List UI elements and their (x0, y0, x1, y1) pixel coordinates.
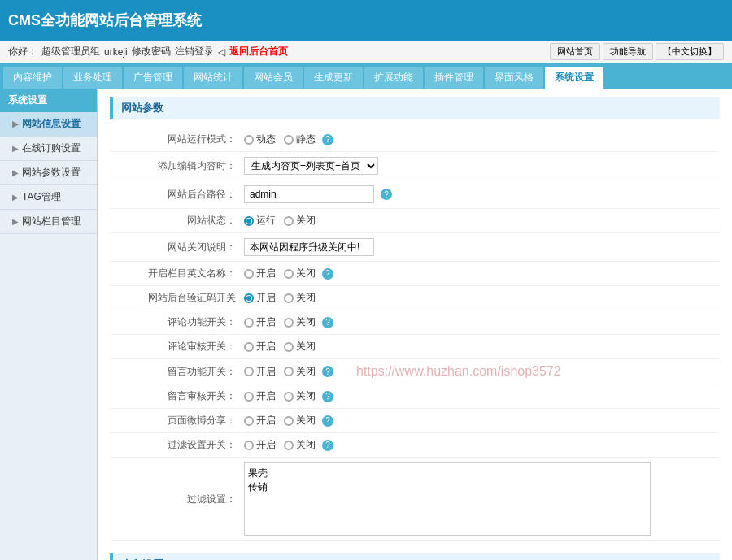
text-input-s1-2[interactable] (244, 185, 374, 203)
radio-item-s1-0-1[interactable]: 静态 (284, 132, 316, 146)
nav-tab-5[interactable]: 生成更新 (304, 67, 363, 89)
radio-label-s1-10-0: 开启 (256, 389, 276, 403)
form-row-s1-3: 网站状态：运行关闭 (110, 209, 720, 233)
form-row-s1-9: 留言功能开关：开启关闭?https://www.huzhan.com/ishop… (110, 359, 720, 384)
help-icon-s1-5[interactable]: ? (322, 268, 333, 280)
layout: 系统设置 ▶网站信息设置▶在线订购设置▶网站参数设置▶TAG管理▶网站栏目管理 … (0, 89, 732, 560)
radio-dot-s1-12-0 (244, 441, 254, 450)
radio-item-s1-6-0[interactable]: 开启 (244, 291, 276, 305)
site-nav-button[interactable]: 网站首页 (550, 43, 600, 60)
radio-item-s1-3-1[interactable]: 关闭 (284, 214, 316, 228)
radio-dot-s1-11-0 (244, 416, 254, 426)
nav-tab-0[interactable]: 内容维护 (3, 67, 62, 89)
section1-title: 网站参数 (110, 97, 720, 119)
help-icon-s1-11[interactable]: ? (322, 415, 333, 427)
radio-item-s1-8-1[interactable]: 关闭 (284, 340, 316, 354)
radio-group-s1-9: 开启关闭 (244, 365, 316, 379)
radio-label-s1-0-1: 静态 (296, 132, 316, 146)
sidebar-label-4: 网站栏目管理 (22, 215, 81, 228)
text-input-s1-4[interactable] (244, 238, 374, 256)
sidebar-item-1[interactable]: ▶在线订购设置 (0, 137, 97, 161)
sidebar-item-0[interactable]: ▶网站信息设置 (0, 112, 97, 137)
nav-tab-9[interactable]: 系统设置 (545, 67, 603, 89)
radio-item-s1-10-1[interactable]: 关闭 (284, 389, 316, 403)
sidebar-arrow-4: ▶ (12, 217, 19, 226)
nav-tab-6[interactable]: 扩展功能 (364, 67, 423, 89)
radio-label-s1-11-1: 关闭 (296, 414, 316, 428)
radio-label-s1-5-0: 开启 (256, 267, 276, 280)
nav-tab-4[interactable]: 网站会员 (244, 67, 303, 89)
form-row-s1-8: 评论审核开关：开启关闭 (110, 335, 720, 359)
radio-item-s1-7-1[interactable]: 关闭 (284, 315, 316, 329)
radio-item-s1-5-1[interactable]: 关闭 (284, 267, 316, 280)
radio-dot-s1-9-1 (284, 367, 294, 376)
sidebar-item-4[interactable]: ▶网站栏目管理 (0, 210, 97, 234)
radio-item-s1-9-1[interactable]: 关闭 (284, 365, 316, 379)
form-row-s1-6: 网站后台验证码开关开启关闭 (110, 286, 720, 310)
radio-item-s1-12-1[interactable]: 关闭 (284, 438, 316, 452)
radio-dot-s1-9-0 (244, 367, 254, 376)
radio-item-s1-7-0[interactable]: 开启 (244, 315, 276, 329)
radio-item-s1-6-1[interactable]: 关闭 (284, 291, 316, 305)
radio-dot-s1-0-1 (284, 135, 294, 145)
radio-item-s1-0-0[interactable]: 动态 (244, 132, 276, 146)
form-value-s1-7: 开启关闭? (244, 315, 716, 329)
radio-item-s1-12-0[interactable]: 开启 (244, 438, 276, 452)
form-value-s1-1: 生成内容页+列表页+首页 (244, 157, 716, 175)
nav-tab-7[interactable]: 插件管理 (425, 67, 483, 89)
help-icon-s1-12[interactable]: ? (322, 440, 333, 451)
sidebar-arrow-3: ▶ (12, 193, 19, 202)
form-label-s1-2: 网站后台路径： (114, 188, 244, 202)
form-row-s1-2: 网站后台路径：? (110, 180, 720, 209)
sidebar-item-3[interactable]: ▶TAG管理 (0, 185, 97, 210)
logout-link[interactable]: 注销登录 (175, 45, 214, 59)
form-row-s1-10: 留言审核开关：开启关闭? (110, 384, 720, 409)
user-group-link[interactable]: 超级管理员组 (41, 45, 100, 59)
radio-label-s1-8-0: 开启 (256, 340, 276, 354)
nav-tab-1[interactable]: 业务处理 (63, 67, 122, 89)
radio-item-s1-11-0[interactable]: 开启 (244, 414, 276, 428)
change-password-link[interactable]: 修改密码 (132, 45, 171, 59)
nav-tab-3[interactable]: 网站统计 (184, 67, 242, 89)
func-nav-button[interactable]: 功能导航 (603, 43, 653, 60)
nav-tab-8[interactable]: 界面风格 (485, 67, 543, 89)
sidebar-item-2[interactable]: ▶网站参数设置 (0, 161, 97, 185)
form-row-s1-0: 网站运行模式：动态静态? (110, 128, 720, 152)
radio-item-s1-3-0[interactable]: 运行 (244, 214, 276, 228)
radio-group-s1-0: 动态静态 (244, 132, 316, 146)
help-icon-s1-2[interactable]: ? (381, 189, 392, 200)
lang-switch-button[interactable]: 【中文切换】 (656, 43, 724, 60)
watermark-overlay-text: https://www.huzhan.com/ishop3572 (356, 364, 561, 379)
radio-label-s1-10-1: 关闭 (296, 389, 316, 403)
radio-item-s1-5-0[interactable]: 开启 (244, 267, 276, 280)
radio-item-s1-11-1[interactable]: 关闭 (284, 414, 316, 428)
help-icon-s1-9[interactable]: ? (322, 366, 333, 377)
radio-item-s1-9-0[interactable]: 开启 (244, 365, 276, 379)
help-icon-s1-7[interactable]: ? (322, 317, 333, 328)
form-row-s1-7: 评论功能开关：开启关闭? (110, 310, 720, 335)
form-value-s1-9: 开启关闭?https://www.huzhan.com/ishop3572 (244, 364, 716, 379)
form-value-s1-5: 开启关闭? (244, 267, 716, 280)
help-icon-s1-0[interactable]: ? (322, 134, 333, 145)
select-s1-1[interactable]: 生成内容页+列表页+首页 (244, 157, 378, 175)
help-icon-s1-10[interactable]: ? (322, 391, 333, 402)
radio-label-s1-6-0: 开启 (256, 291, 276, 305)
form-value-s1-8: 开启关闭 (244, 340, 716, 354)
username-link[interactable]: urkeji (104, 46, 128, 58)
form-row-s1-4: 网站关闭说明： (110, 233, 720, 262)
textarea-s1-13[interactable] (244, 462, 651, 536)
radio-item-s1-8-0[interactable]: 开启 (244, 340, 276, 354)
header: CMS全功能网站后台管理系统 (0, 0, 732, 41)
radio-dot-s1-8-0 (244, 342, 254, 352)
form-row-s1-5: 开启栏目英文名称：开启关闭? (110, 262, 720, 286)
radio-group-s1-12: 开启关闭 (244, 438, 316, 452)
radio-dot-s1-11-1 (284, 416, 294, 426)
separator: ◁ (218, 46, 225, 58)
radio-group-s1-10: 开启关闭 (244, 389, 316, 403)
form-row-s1-1: 添加编辑内容时：生成内容页+列表页+首页 (110, 152, 720, 180)
radio-item-s1-10-0[interactable]: 开启 (244, 389, 276, 403)
return-home-link[interactable]: 返回后台首页 (229, 45, 288, 59)
radio-group-s1-3: 运行关闭 (244, 214, 316, 228)
radio-dot-s1-3-1 (284, 216, 294, 226)
nav-tab-2[interactable]: 广告管理 (124, 67, 182, 89)
